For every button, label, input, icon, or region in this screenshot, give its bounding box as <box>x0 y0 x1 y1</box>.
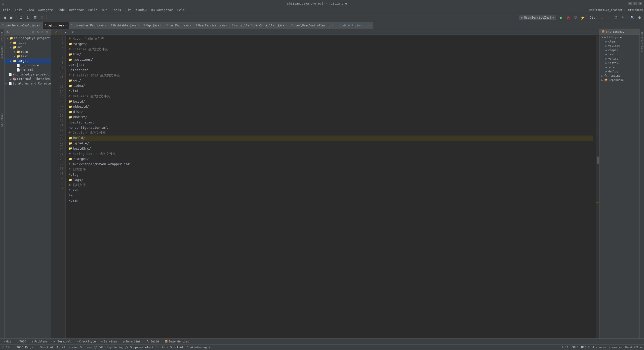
maven-verify[interactable]: ▶ verify <box>599 57 639 61</box>
tab-userserviceimpl[interactable]: J UserServiceImpl.java ✕ <box>0 22 43 29</box>
tree-item-src[interactable]: ▼ 📁 src <box>5 45 51 50</box>
toolbar-forward-button[interactable]: ▶ <box>9 15 15 21</box>
tab-gitignore[interactable]: G .gitignore ✕ <box>43 22 69 29</box>
menu-db-navigator[interactable]: DB Navigator <box>149 8 175 12</box>
maven-site[interactable]: ▶ site <box>599 65 639 69</box>
run-button[interactable]: ▶ <box>558 15 564 21</box>
tree-item-ext-libs[interactable]: ▶ 📚 External Libraries <box>5 77 51 81</box>
editor-nav-down-btn[interactable]: ▼ <box>70 29 76 35</box>
tab-hashmap[interactable]: J HashMap.java ✕ <box>164 22 193 29</box>
tab-update-close-icon[interactable]: ✕ <box>369 24 371 27</box>
bottom-tab-checkstyle[interactable]: ✓ CheckStyle <box>74 339 98 345</box>
menu-view[interactable]: View <box>25 8 36 12</box>
git-push-button[interactable]: ↑ <box>606 15 612 21</box>
menu-build[interactable]: Build <box>86 8 99 12</box>
menu-edit[interactable]: Edit <box>13 8 24 12</box>
menu-git[interactable]: Git <box>124 8 133 12</box>
bottom-tab-git[interactable]: ⑂ Git <box>1 339 14 345</box>
panel-tool-btn-1[interactable]: ⚙ <box>31 30 35 34</box>
tab-hashmap-close-icon[interactable]: ✕ <box>190 24 191 27</box>
tab-userservice[interactable]: J UserService.java ✕ <box>193 22 230 29</box>
tab-usercontroller[interactable]: J controller\UserController.java ✕ <box>230 22 289 29</box>
maven-validate[interactable]: ▶ validat <box>599 44 639 48</box>
editor-warning-btn[interactable]: ⚠ <box>53 29 59 35</box>
bottom-tab-dependencies[interactable]: 📦 Dependencies <box>162 339 191 345</box>
tab-map-close-icon[interactable]: ✕ <box>160 24 162 27</box>
tree-item-pomxml[interactable]: 📄 pom.xml <box>5 68 51 72</box>
tree-item-root[interactable]: ▼ 📁 shijiangdiya_project <box>5 36 51 40</box>
tree-item-idea[interactable]: ▼ 📁 .idea <box>5 40 51 45</box>
cursor-position[interactable]: 9:11 <box>562 346 569 349</box>
close-button[interactable]: ✕ <box>638 2 642 5</box>
toolbar-expand-button[interactable]: ⊞ <box>39 15 45 21</box>
git-update-button[interactable]: ↓ <box>599 15 605 21</box>
tree-item-scratches[interactable]: ▶ 📄 Scratches and Consoles <box>5 81 51 86</box>
bottom-tab-services[interactable]: ⚙ Services <box>99 339 120 345</box>
maven-dependencies-parent[interactable]: ▶ 📦 Dependenc <box>599 78 639 82</box>
toolbar-tree-button[interactable]: ☰ <box>32 15 38 21</box>
maven-test[interactable]: ▶ test <box>599 52 639 57</box>
menu-refactor[interactable]: Refactor <box>67 8 86 12</box>
sidebar-project-btn[interactable]: Project <box>0 30 4 44</box>
tab-userservice-close-icon[interactable]: ✕ <box>226 24 227 27</box>
profile-button[interactable]: ⚡ <box>579 15 585 21</box>
settings-gear-button[interactable]: ⚙ <box>636 15 642 21</box>
tab-gitignore-close-icon[interactable]: ✕ <box>65 24 67 27</box>
debug-button[interactable]: 🐞 <box>565 15 571 21</box>
line-endings[interactable]: CRLF <box>572 346 578 349</box>
git-branch-button[interactable]: ⑂ <box>620 15 626 21</box>
maven-install[interactable]: ▶ install <box>599 61 639 65</box>
status-branch[interactable]: Git <box>6 346 11 349</box>
panel-tool-btn-2[interactable]: ↻ <box>36 30 40 34</box>
toolbar-back-button[interactable]: ◀ <box>2 15 8 21</box>
maven-deploy[interactable]: ▶ deploy <box>599 69 639 74</box>
tree-item-gitignore[interactable]: 📄 .gitignore <box>5 63 51 68</box>
tree-item-target[interactable]: ▶ 📁 target <box>5 59 51 63</box>
tab-map[interactable]: J Map.java ✕ <box>141 22 164 29</box>
maven-compile[interactable]: ▶ compil <box>599 48 639 52</box>
git-branch-status[interactable]: ⑂ master <box>609 346 622 349</box>
menu-code[interactable]: Code <box>56 8 67 12</box>
tab-hashtable[interactable]: J Hashtable.java ✕ <box>108 22 141 29</box>
coverage-button[interactable]: 🛡 <box>572 15 578 21</box>
bottom-tab-problems[interactable]: ⚠ Problems <box>29 339 50 345</box>
bottom-tab-build[interactable]: 🔨 Build <box>144 339 162 345</box>
maven-plugins-parent[interactable]: ▶ 🔌 Plugins <box>599 74 639 78</box>
tree-item-main[interactable]: ▼ 📁 main <box>5 50 51 54</box>
menu-navigate[interactable]: Navigate <box>36 8 55 12</box>
menu-run[interactable]: Run <box>100 8 109 12</box>
search-button[interactable]: 🔍 <box>629 15 635 21</box>
maximize-button[interactable]: □ <box>633 2 637 5</box>
editor-nav-up-btn[interactable]: ▲ <box>63 29 69 35</box>
sidebar-bookmarks-btn[interactable]: Bookmarks <box>0 44 4 61</box>
code-content[interactable]: # Maven 生成的文件夹 📁 target/ # Eclipse 生成的文件… <box>66 35 596 338</box>
maven-lifecycle-parent[interactable]: ▼ ⚙ Lifecycle <box>599 35 639 39</box>
maven-clean[interactable]: ▶ clean <box>599 39 639 44</box>
indent-settings[interactable]: 4 spaces <box>592 346 606 349</box>
tab-user-usercontroller[interactable]: J user\UserController... ✕ <box>289 22 335 29</box>
bottom-tab-terminal[interactable]: >_ Terminal <box>51 339 73 345</box>
file-charset[interactable]: UTF-8 <box>581 346 589 349</box>
tab-linkedhashmap[interactable]: J LinkedHashMap.java ✕ <box>69 22 108 29</box>
minimize-button[interactable]: ─ <box>628 2 632 5</box>
menu-help[interactable]: Help <box>175 8 187 12</box>
tab-linkedhashmap-close-icon[interactable]: ✕ <box>105 24 106 27</box>
toolbar-settings-button[interactable]: ⚙ <box>18 15 24 21</box>
menu-window[interactable]: Window <box>134 8 148 12</box>
git-history-button[interactable]: ⏱ <box>613 15 619 21</box>
notifications-btn[interactable]: Notifications <box>640 30 644 54</box>
panel-tool-btn-4[interactable]: ⊞ <box>45 30 49 34</box>
bottom-tab-sonarlint[interactable]: ◎ SonarLint <box>120 339 143 345</box>
panel-tool-btn-3[interactable]: ☰ <box>40 30 44 34</box>
bottom-tab-todo[interactable]: ☑ TODO <box>14 339 29 345</box>
scroll-indicator[interactable] <box>596 35 599 338</box>
tab-user-uc-close-icon[interactable]: ✕ <box>331 24 333 27</box>
toolbar-sync-button[interactable]: ↻ <box>25 15 31 21</box>
git-flow-status[interactable]: No Gitflow <box>625 346 642 349</box>
status-todo[interactable]: TODO <box>17 346 23 349</box>
menu-tools[interactable]: Tools <box>110 8 123 12</box>
tree-item-test[interactable]: ▼ 📁 test <box>5 54 51 59</box>
tab-hashtable-close-icon[interactable]: ✕ <box>137 24 139 27</box>
tree-item-iml[interactable]: 📄 shijiangdiya_project.i <box>5 72 51 77</box>
sidebar-structure-btn[interactable]: Structure <box>0 112 4 128</box>
